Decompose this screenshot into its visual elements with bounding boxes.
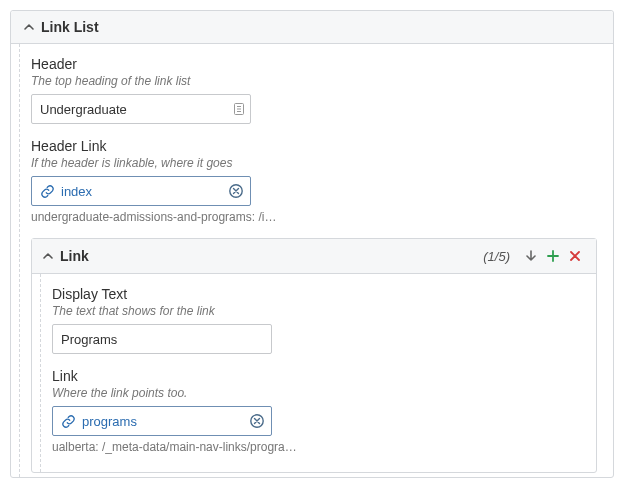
add-button[interactable] (542, 245, 564, 267)
move-down-button[interactable] (520, 245, 542, 267)
clear-icon[interactable] (228, 183, 244, 199)
field-label: Link (52, 368, 580, 384)
header-link-field: Header Link If the header is linkable, w… (27, 138, 597, 224)
svg-rect-2 (237, 109, 241, 110)
remove-button[interactable] (564, 245, 586, 267)
path-hint: ualberta: /_meta-data/main-nav-links/pro… (52, 440, 302, 454)
link-list-panel: Link List Header The top heading of the … (10, 10, 614, 478)
clear-icon[interactable] (249, 413, 265, 429)
field-label: Header (31, 56, 597, 72)
link-field: Link Where the link points too. programs… (48, 368, 580, 454)
chooser-value: index (61, 184, 228, 199)
sub-panel-title: Link (60, 248, 89, 264)
chooser-value: programs (82, 414, 249, 429)
link-list-header-row[interactable]: Link List (11, 11, 613, 44)
field-desc: The text that shows for the link (52, 304, 580, 318)
field-desc: If the header is linkable, where it goes (31, 156, 597, 170)
chevron-up-icon (42, 250, 54, 262)
link-sub-body: Display Text The text that shows for the… (32, 274, 596, 472)
link-sub-header: Link (1/5) (32, 239, 596, 274)
link-icon (40, 184, 55, 199)
item-counter: (1/5) (483, 249, 510, 264)
link-chooser[interactable]: programs (52, 406, 272, 436)
header-field: Header The top heading of the link list (27, 56, 597, 124)
field-label: Display Text (52, 286, 580, 302)
field-desc: Where the link points too. (52, 386, 580, 400)
field-label: Header Link (31, 138, 597, 154)
header-input[interactable] (31, 94, 251, 124)
chevron-up-icon (23, 21, 35, 33)
display-text-input[interactable] (52, 324, 272, 354)
link-list-body: Header The top heading of the link list … (11, 44, 613, 477)
field-desc: The top heading of the link list (31, 74, 597, 88)
svg-rect-1 (237, 106, 241, 107)
header-link-chooser[interactable]: index (31, 176, 251, 206)
display-text-field: Display Text The text that shows for the… (48, 286, 580, 354)
link-icon (61, 414, 76, 429)
link-sub-panel: Link (1/5) Display Text The text that sh… (31, 238, 597, 473)
panel-title: Link List (41, 19, 99, 35)
svg-rect-3 (237, 111, 241, 112)
path-hint: undergraduate-admissions-and-programs: /… (31, 210, 281, 224)
autofill-icon (233, 102, 245, 116)
link-sub-toggle[interactable]: Link (42, 248, 483, 264)
